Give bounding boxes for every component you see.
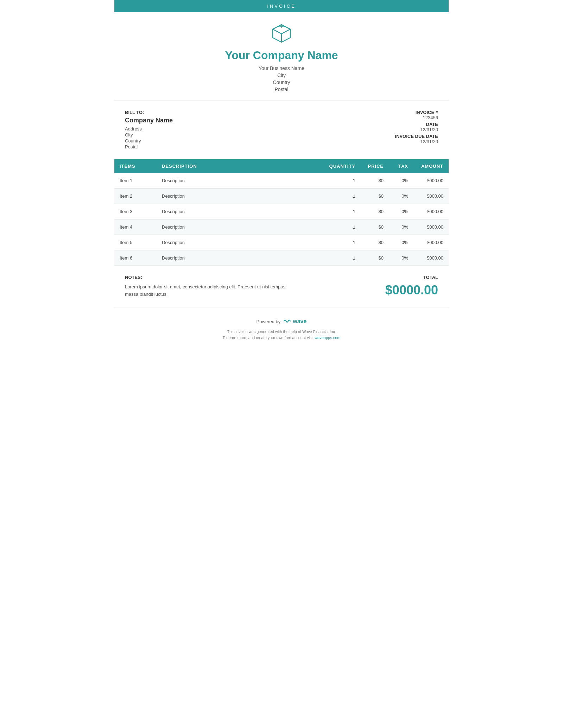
table-row: Item 5 Description 1 $0 0% $000.00 bbox=[114, 235, 449, 250]
item-name: Item 3 bbox=[114, 204, 157, 219]
item-quantity: 1 bbox=[324, 219, 361, 235]
table-header-row: ITEMS DESCRIPTION QUANTITY PRICE TAX AMO… bbox=[114, 159, 449, 173]
svg-line-4 bbox=[282, 29, 290, 34]
invoice-number-label: INVOICE # bbox=[368, 110, 438, 115]
item-quantity: 1 bbox=[324, 189, 361, 204]
item-amount: $000.00 bbox=[413, 250, 449, 266]
powered-by: Powered by wave bbox=[121, 318, 442, 325]
company-header: Your Company Name Your Business Name Cit… bbox=[114, 12, 449, 101]
item-name: Item 4 bbox=[114, 219, 157, 235]
item-tax: 0% bbox=[389, 204, 413, 219]
item-amount: $000.00 bbox=[413, 173, 449, 189]
item-description: Description bbox=[157, 250, 324, 266]
footer-text: This invoice was generated with the help… bbox=[121, 329, 442, 341]
bill-to-postal: Postal bbox=[125, 144, 368, 149]
item-description: Description bbox=[157, 189, 324, 204]
item-name: Item 2 bbox=[114, 189, 157, 204]
item-price: $0 bbox=[361, 235, 389, 250]
invoice-header-bar: INVOICE bbox=[114, 0, 449, 12]
item-tax: 0% bbox=[389, 250, 413, 266]
item-quantity: 1 bbox=[324, 235, 361, 250]
item-description: Description bbox=[157, 235, 324, 250]
bill-to-company-name: Company Name bbox=[125, 117, 368, 124]
company-details: Your Business Name City Country Postal bbox=[121, 65, 442, 92]
company-business-name: Your Business Name bbox=[121, 65, 442, 71]
item-price: $0 bbox=[361, 219, 389, 235]
powered-by-text: Powered by bbox=[257, 319, 281, 324]
footer-waveapps-link[interactable]: waveapps.com bbox=[315, 336, 340, 340]
col-header-tax: TAX bbox=[389, 159, 413, 173]
table-row: Item 4 Description 1 $0 0% $000.00 bbox=[114, 219, 449, 235]
item-price: $0 bbox=[361, 204, 389, 219]
total-section: TOTAL $0000.00 bbox=[368, 275, 438, 298]
item-quantity: 1 bbox=[324, 204, 361, 219]
wave-logo: wave bbox=[283, 318, 306, 325]
company-name: Your Company Name bbox=[121, 49, 442, 62]
item-price: $0 bbox=[361, 250, 389, 266]
bill-to-city: City bbox=[125, 132, 368, 138]
company-city: City bbox=[121, 72, 442, 78]
col-header-amount: AMOUNT bbox=[413, 159, 449, 173]
item-description: Description bbox=[157, 204, 324, 219]
item-quantity: 1 bbox=[324, 250, 361, 266]
company-postal: Postal bbox=[121, 87, 442, 92]
col-header-price: PRICE bbox=[361, 159, 389, 173]
items-table: ITEMS DESCRIPTION QUANTITY PRICE TAX AMO… bbox=[114, 159, 449, 266]
bill-to-address: Address bbox=[125, 126, 368, 132]
col-header-quantity: QUANTITY bbox=[324, 159, 361, 173]
bill-section: BILL TO: Company Name Address City Count… bbox=[114, 101, 449, 159]
invoice-due-date-label: INVOICE DUE DATE bbox=[368, 134, 438, 139]
wave-icon bbox=[283, 318, 291, 325]
item-amount: $000.00 bbox=[413, 219, 449, 235]
bill-to-label: BILL TO: bbox=[125, 110, 368, 115]
bill-to-country: Country bbox=[125, 138, 368, 143]
item-description: Description bbox=[157, 219, 324, 235]
item-quantity: 1 bbox=[324, 173, 361, 189]
notes-text: Lorem ipsum dolor sit amet, consectetur … bbox=[125, 283, 297, 298]
table-row: Item 6 Description 1 $0 0% $000.00 bbox=[114, 250, 449, 266]
company-logo-icon bbox=[121, 23, 442, 45]
col-header-description: DESCRIPTION bbox=[157, 159, 324, 173]
invoice-date-label: DATE bbox=[368, 122, 438, 127]
company-country: Country bbox=[121, 79, 442, 85]
bottom-section: NOTES: Lorem ipsum dolor sit amet, conse… bbox=[114, 266, 449, 307]
footer: Powered by wave This invoice was generat… bbox=[114, 307, 449, 348]
bill-to: BILL TO: Company Name Address City Count… bbox=[125, 110, 368, 150]
svg-line-3 bbox=[273, 29, 282, 34]
invoice-date-value: 12/31/20 bbox=[368, 127, 438, 132]
footer-line1: This invoice was generated with the help… bbox=[121, 329, 442, 335]
item-tax: 0% bbox=[389, 235, 413, 250]
table-row: Item 3 Description 1 $0 0% $000.00 bbox=[114, 204, 449, 219]
invoice-number-value: 123456 bbox=[368, 115, 438, 120]
item-tax: 0% bbox=[389, 219, 413, 235]
wave-brand-text: wave bbox=[293, 318, 306, 325]
item-name: Item 5 bbox=[114, 235, 157, 250]
notes-section: NOTES: Lorem ipsum dolor sit amet, conse… bbox=[125, 275, 297, 298]
invoice-due-date-value: 12/31/20 bbox=[368, 139, 438, 144]
item-amount: $000.00 bbox=[413, 204, 449, 219]
table-row: Item 1 Description 1 $0 0% $000.00 bbox=[114, 173, 449, 189]
item-name: Item 6 bbox=[114, 250, 157, 266]
item-price: $0 bbox=[361, 189, 389, 204]
item-amount: $000.00 bbox=[413, 189, 449, 204]
notes-label: NOTES: bbox=[125, 275, 297, 280]
col-header-items: ITEMS bbox=[114, 159, 157, 173]
total-label: TOTAL bbox=[368, 275, 438, 280]
item-price: $0 bbox=[361, 173, 389, 189]
table-row: Item 2 Description 1 $0 0% $000.00 bbox=[114, 189, 449, 204]
item-amount: $000.00 bbox=[413, 235, 449, 250]
item-description: Description bbox=[157, 173, 324, 189]
footer-line2: To learn more, and create your own free … bbox=[121, 335, 442, 341]
bill-to-details: Address City Country Postal bbox=[125, 126, 368, 149]
item-name: Item 1 bbox=[114, 173, 157, 189]
invoice-info: INVOICE # 123456 DATE 12/31/20 INVOICE D… bbox=[368, 110, 438, 150]
item-tax: 0% bbox=[389, 189, 413, 204]
invoice-number-row: INVOICE # 123456 bbox=[368, 110, 438, 120]
invoice-date-row: DATE 12/31/20 bbox=[368, 122, 438, 132]
item-tax: 0% bbox=[389, 173, 413, 189]
invoice-due-date-row: INVOICE DUE DATE 12/31/20 bbox=[368, 134, 438, 144]
total-amount: $0000.00 bbox=[368, 283, 438, 298]
